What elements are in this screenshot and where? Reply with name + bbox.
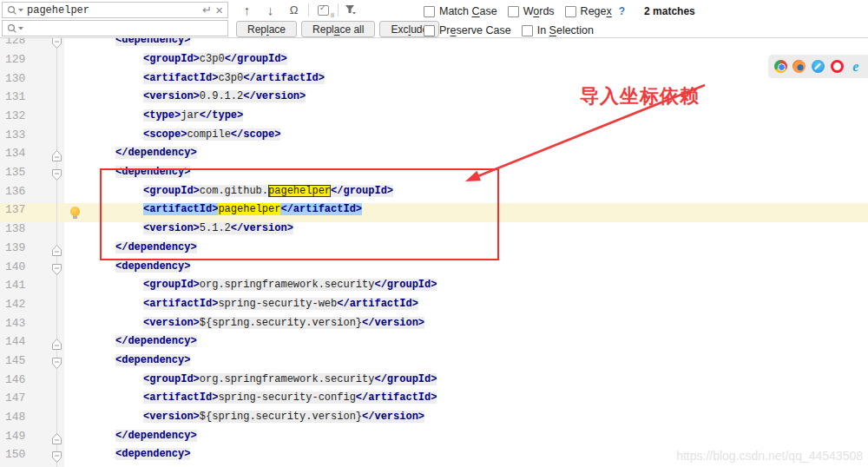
code-token: </dependency> (115, 430, 197, 442)
code-text[interactable]: <version>5.1.2</version> (64, 222, 868, 241)
enter-icon[interactable]: ↵ (202, 4, 212, 16)
fold-marker-close[interactable] (50, 241, 64, 260)
find-options-row1: Match CaseWordsRegex?2 matches (424, 4, 695, 18)
code-token: <dependency> (115, 354, 190, 366)
code-token: </type> (200, 109, 243, 122)
code-text[interactable]: <artifactId>spring-security-config</arti… (64, 391, 868, 411)
code-text[interactable]: <version>${spring.security.version}</ver… (64, 317, 868, 336)
fold-marker-open[interactable] (50, 448, 64, 467)
code-token: c3p0 (218, 72, 243, 84)
checkbox-box[interactable] (508, 6, 519, 17)
code-text[interactable]: <dependency> (64, 354, 868, 373)
code-text[interactable]: <version>0.9.1.2</version> (64, 90, 868, 109)
code-text[interactable]: <groupId>com.github.pagehelper</groupId> (64, 185, 868, 204)
watermark: https://blog.csdn.net/qq_44543508 (676, 449, 863, 463)
code-text[interactable]: <artifactId>c3p0</artifactId> (64, 72, 868, 91)
checkbox-preserve-case[interactable]: Preserve Case (424, 24, 511, 36)
code-token: <groupId> (143, 185, 200, 197)
fold-marker-open[interactable] (50, 166, 64, 185)
replace-all-button[interactable]: Replace all (301, 21, 375, 37)
search-icon[interactable] (7, 5, 23, 16)
ie-icon[interactable]: e (849, 60, 862, 73)
firefox-icon[interactable] (792, 60, 806, 73)
prev-occurrence-button[interactable]: ↑ (235, 3, 259, 17)
code-text[interactable]: <groupId>org.springframework.security</g… (64, 373, 868, 392)
replace-field[interactable] (2, 20, 228, 36)
code-token: <version> (143, 317, 200, 329)
code-token: </dependency> (115, 335, 197, 347)
fold-strip (50, 128, 64, 148)
code-text[interactable]: <type>jar</type> (64, 109, 868, 128)
line-number: 147 (0, 391, 50, 411)
code-text[interactable]: </dependency> (64, 241, 868, 260)
line-number: 141 (0, 279, 50, 298)
code-line-144: 144</dependency> (0, 335, 868, 354)
code-token: </groupId> (374, 279, 437, 291)
checkbox-box[interactable] (522, 25, 533, 36)
code-token: </groupId> (331, 185, 393, 197)
code-text[interactable]: <dependency> (64, 166, 868, 185)
code-token: </artifactId> (243, 72, 325, 84)
code-token: <artifactId> (143, 203, 218, 215)
search-input[interactable] (27, 4, 199, 16)
replace-search-icon[interactable] (7, 23, 23, 34)
code-text[interactable]: <dependency> (64, 260, 868, 280)
filter-icon[interactable] (345, 3, 357, 18)
code-text[interactable]: <artifactId>spring-security-web</artifac… (64, 298, 868, 317)
code-text[interactable]: <scope>compile</scope> (64, 128, 868, 148)
fold-marker-close[interactable] (50, 430, 64, 449)
search-field[interactable]: ↵ × (2, 2, 228, 18)
line-number: 142 (0, 298, 50, 317)
checkbox-match-case[interactable]: Match Case (424, 5, 497, 17)
safari-icon[interactable] (812, 60, 825, 73)
code-text[interactable]: <artifactId>pagehelper</artifactId> (64, 203, 868, 222)
code-line-135: 135<dependency> (0, 166, 868, 185)
line-number: 146 (0, 373, 50, 392)
code-token: </version> (362, 317, 424, 329)
checkbox-label: Match Case (439, 5, 497, 17)
code-token: </version> (231, 222, 293, 234)
checkbox-box[interactable] (565, 6, 576, 17)
code-text[interactable]: <groupId>org.springframework.security</g… (64, 279, 868, 298)
code-token: <groupId> (143, 279, 200, 291)
fold-marker-open[interactable] (50, 260, 64, 280)
code-token: org.springframework.security (200, 373, 375, 385)
code-line-129: 129<groupId>c3p0</groupId> (0, 53, 868, 72)
code-token: compile (187, 128, 230, 141)
line-number: 133 (0, 128, 50, 148)
code-token: <dependency> (115, 260, 190, 273)
opera-icon[interactable] (831, 60, 844, 73)
find-options-row2: Preserve CaseIn Selection (424, 23, 594, 37)
next-occurrence-button[interactable]: ↓ (259, 3, 282, 17)
replace-button[interactable]: Replace (236, 21, 297, 37)
code-text[interactable]: </dependency> (64, 335, 868, 354)
regex-help-link[interactable]: ? (619, 5, 625, 17)
line-number: 131 (0, 90, 50, 109)
checkbox-box[interactable] (424, 25, 435, 36)
intention-bulb-icon[interactable] (70, 207, 80, 216)
omega-icon[interactable]: Ω (282, 3, 306, 16)
chrome-icon[interactable] (774, 60, 787, 73)
code-line-137: 137<artifactId>pagehelper</artifactId> (0, 203, 868, 222)
code-token: ${spring.security.version} (200, 317, 362, 329)
fold-marker-close[interactable] (50, 335, 64, 354)
line-number: 143 (0, 317, 50, 336)
code-text[interactable]: <groupId>c3p0</groupId> (64, 53, 868, 72)
code-text[interactable]: </dependency> (64, 430, 868, 449)
code-text[interactable]: <version>${spring.security.version}</ver… (64, 411, 868, 430)
code-token: <artifactId> (143, 391, 218, 404)
fold-strip (50, 53, 64, 72)
checkbox-words[interactable]: Words (508, 5, 555, 17)
checkbox-box[interactable] (424, 6, 435, 17)
fold-marker-open[interactable] (50, 354, 64, 373)
checkbox-regex[interactable]: Regex (565, 5, 612, 17)
editor-pane[interactable]: 128<dependency>129<groupId>c3p0</groupId… (0, 34, 868, 467)
fold-marker-close[interactable] (50, 147, 64, 166)
code-text[interactable]: </dependency> (64, 147, 868, 166)
close-icon[interactable]: × (215, 3, 223, 16)
replace-input[interactable] (27, 23, 223, 35)
checkbox-in-selection[interactable]: In Selection (522, 24, 594, 36)
select-all-occurrences-icon[interactable] (318, 5, 329, 16)
code-token: </artifactId> (337, 298, 418, 310)
search-match: pagehelper (218, 203, 280, 215)
